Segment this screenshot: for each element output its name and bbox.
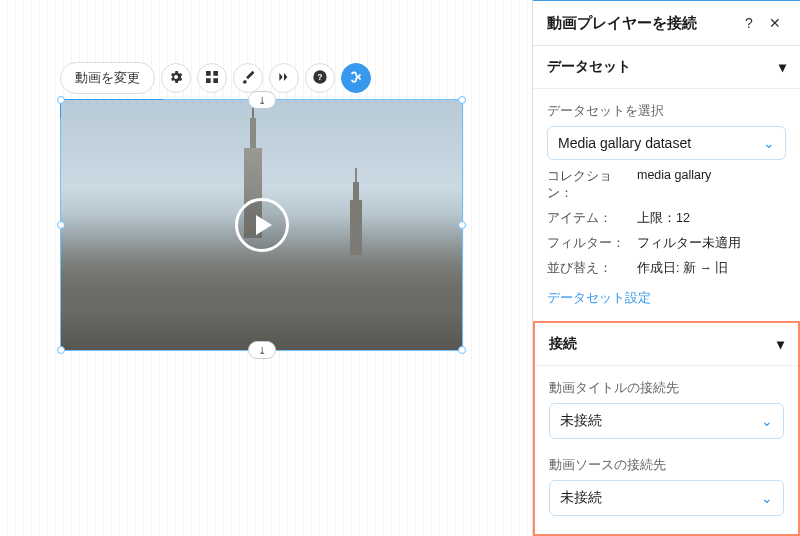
resize-handle[interactable] — [57, 96, 65, 104]
info-key: コレクション： — [547, 168, 637, 202]
resize-handle[interactable] — [57, 346, 65, 354]
data-connection-icon — [348, 69, 364, 88]
element-toolbar: 動画を変更 ? — [60, 62, 371, 94]
info-key: 並び替え： — [547, 260, 637, 277]
sort-row: 並び替え： 作成日: 新 → 旧 — [547, 260, 786, 277]
video-title-dropdown[interactable]: 未接続 ⌄ — [549, 403, 784, 439]
resize-handle[interactable] — [458, 221, 466, 229]
info-value: フィルター未適用 — [637, 235, 741, 252]
info-value: media gallary — [637, 168, 711, 202]
collection-row: コレクション： media gallary — [547, 168, 786, 202]
layout-icon — [204, 69, 220, 88]
chevron-down-icon: ⌄ — [761, 490, 773, 506]
svg-text:?: ? — [317, 72, 322, 82]
connect-panel: 動画プレイヤーを接続 ? ✕ データセット ▾ データセットを選択 Media … — [532, 0, 800, 536]
settings-button[interactable] — [161, 63, 191, 93]
play-button[interactable] — [235, 198, 289, 252]
chevron-down-icon: ⌄ — [763, 135, 775, 151]
brush-icon — [240, 69, 256, 88]
connections-section-body: 動画タイトルの接続先 未接続 ⌄ 動画ソースの接続先 未接続 ⌄ — [535, 366, 798, 534]
video-source-dropdown[interactable]: 未接続 ⌄ — [549, 480, 784, 516]
help-button[interactable]: ? — [305, 63, 335, 93]
video-title-binding: 動画タイトルの接続先 未接続 ⌄ — [549, 380, 784, 439]
section-title: データセット — [547, 58, 631, 76]
resize-handle[interactable] — [458, 346, 466, 354]
filter-row: フィルター： フィルター未適用 — [547, 235, 786, 252]
editor-canvas: 動画を変更 ? — [0, 0, 532, 536]
dataset-settings-link[interactable]: データセット設定 — [547, 289, 786, 307]
chevron-down-icon: ▾ — [777, 336, 784, 352]
help-icon: ? — [745, 15, 753, 31]
connect-data-button[interactable] — [341, 63, 371, 93]
design-button[interactable] — [233, 63, 263, 93]
panel-help-button[interactable]: ? — [738, 12, 760, 34]
connections-section-header[interactable]: 接続 ▾ — [535, 323, 798, 366]
info-value: 上限：12 — [637, 210, 690, 227]
info-key: フィルター： — [547, 235, 637, 252]
help-icon: ? — [312, 69, 328, 88]
field-label: 動画ソースの接続先 — [549, 457, 784, 474]
download-icon: ⤓ — [258, 95, 266, 106]
change-video-button[interactable]: 動画を変更 — [60, 62, 155, 94]
panel-header: 動画プレイヤーを接続 ? ✕ — [533, 1, 800, 46]
animation-icon — [276, 69, 292, 88]
video-player-element[interactable]: 動画プレイヤー ⤓ ⤓ — [60, 99, 463, 351]
video-thumbnail — [61, 100, 462, 350]
close-icon: ✕ — [769, 15, 781, 31]
connections-section: 接続 ▾ 動画タイトルの接続先 未接続 ⌄ 動画ソースの接続先 未接続 ⌄ — [533, 321, 800, 536]
resize-handle[interactable] — [458, 96, 466, 104]
dataset-section-body: データセットを選択 Media gallary dataset ⌄ コレクション… — [533, 89, 800, 321]
dropdown-value: 未接続 — [560, 489, 602, 507]
items-row: アイテム： 上限：12 — [547, 210, 786, 227]
dataset-section-header[interactable]: データセット ▾ — [533, 46, 800, 89]
animation-button[interactable] — [269, 63, 299, 93]
download-icon: ⤓ — [258, 345, 266, 356]
panel-title: 動画プレイヤーを接続 — [547, 14, 734, 33]
video-source-binding: 動画ソースの接続先 未接続 ⌄ — [549, 457, 784, 516]
download-handle[interactable]: ⤓ — [248, 341, 276, 359]
select-dataset-label: データセットを選択 — [547, 103, 786, 120]
chevron-down-icon: ▾ — [779, 59, 786, 75]
section-title: 接続 — [549, 335, 577, 353]
layout-button[interactable] — [197, 63, 227, 93]
dataset-dropdown[interactable]: Media gallary dataset ⌄ — [547, 126, 786, 160]
dropdown-value: 未接続 — [560, 412, 602, 430]
gear-icon — [168, 69, 184, 88]
field-label: 動画タイトルの接続先 — [549, 380, 784, 397]
info-key: アイテム： — [547, 210, 637, 227]
info-value: 作成日: 新 → 旧 — [637, 260, 728, 277]
chevron-down-icon: ⌄ — [761, 413, 773, 429]
resize-handle[interactable] — [57, 221, 65, 229]
dropdown-value: Media gallary dataset — [558, 135, 691, 151]
panel-close-button[interactable]: ✕ — [764, 12, 786, 34]
